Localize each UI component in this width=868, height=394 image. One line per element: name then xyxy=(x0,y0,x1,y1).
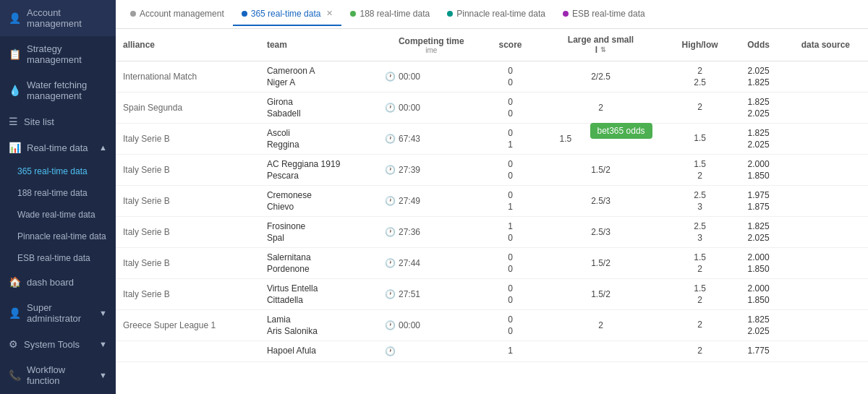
hl2: 3 xyxy=(673,233,727,243)
cell-time: 🕐27:39 xyxy=(378,155,485,186)
odds1: 2.000 xyxy=(741,252,776,262)
team1-name: Cameroon A xyxy=(267,66,370,76)
sort-icon[interactable]: ⇅ xyxy=(600,46,606,53)
sidebar-item-super-admin[interactable]: 👤 Super administrator ▼ xyxy=(0,295,116,331)
table-row: Italy Serie BFrosinoneSpal🕐27:36102.5/32… xyxy=(116,217,868,248)
cell-high-low: 1.5 xyxy=(666,124,734,155)
tools-icon: ⚙ xyxy=(9,338,18,350)
time-value: 00:00 xyxy=(399,72,420,82)
cell-odds: 1.775 xyxy=(734,341,783,362)
close-tab-icon[interactable]: ✕ xyxy=(326,9,333,18)
cell-alliance: Italy Serie B xyxy=(116,124,260,155)
sidebar-sub-item-esb[interactable]: ESB real-time data xyxy=(0,247,116,269)
sidebar-item-strategy-management[interactable]: 📋 Strategy management xyxy=(0,36,116,72)
cell-odds: 2.0251.825 xyxy=(734,61,783,93)
tab-bar: Account management 365 real-time data ✕ … xyxy=(116,0,868,29)
sidebar-item-site-list[interactable]: ☰ Site list xyxy=(0,108,116,134)
sidebar-item-real-time-data[interactable]: 📊 Real-time data ▲ xyxy=(0,134,116,160)
table-row: Italy Serie BAC Reggiana 1919Pescara🕐27:… xyxy=(116,155,868,186)
cell-alliance: Spain Segunda xyxy=(116,93,260,124)
cell-team: FrosinoneSpal xyxy=(260,217,378,248)
clock-icon: 🕐 xyxy=(385,227,396,237)
cell-alliance: International Match xyxy=(116,61,260,93)
clock-icon: 🕐 xyxy=(385,320,396,330)
score1: 0 xyxy=(493,314,529,325)
sidebar-item-water-fetching[interactable]: 💧 Water fetching management xyxy=(0,72,116,108)
cell-alliance: Italy Serie B xyxy=(116,279,260,310)
team2-name: Spal xyxy=(267,233,370,243)
cell-data-source xyxy=(783,61,868,93)
chevron-down-icon-4: ▼ xyxy=(99,371,107,380)
cell-odds: 1.8252.025 xyxy=(734,310,783,341)
cell-data-source xyxy=(783,341,868,362)
odds1: 1.975 xyxy=(741,190,776,200)
tab-account-management[interactable]: Account management xyxy=(122,3,233,26)
cell-score: 00 xyxy=(485,93,536,124)
tab-pinnacle[interactable]: Pinnacle real-time data xyxy=(438,3,554,26)
odds2: 1.875 xyxy=(741,202,776,212)
hl2: 2.5 xyxy=(673,77,727,87)
chevron-down-icon: ▲ xyxy=(99,143,107,152)
odds1: 1.825 xyxy=(741,314,776,325)
sidebar-sub-item-pinnacle[interactable]: Pinnacle real-time data xyxy=(0,226,116,247)
cell-team: GironaSabadell xyxy=(260,93,378,124)
odds1: 2.000 xyxy=(741,283,776,294)
score1: 0 xyxy=(493,283,529,294)
cell-data-source xyxy=(783,279,868,310)
cell-score: 00 xyxy=(485,248,536,279)
tab-365-real-time[interactable]: 365 real-time data ✕ xyxy=(233,3,342,26)
clock-icon: 🕐 xyxy=(385,103,396,113)
cell-odds: 2.0001.850 xyxy=(734,279,783,310)
table-row: Italy Serie BVirtus EntellaCittadella🕐27… xyxy=(116,279,868,310)
hl2: 2 xyxy=(673,171,727,181)
score2: 0 xyxy=(493,295,529,305)
cell-large-small: 1.5/2 xyxy=(535,279,665,310)
cell-large-small: 2/2.5 xyxy=(535,61,665,93)
score2: 0 xyxy=(493,171,529,181)
chevron-down-icon-2: ▼ xyxy=(99,309,107,317)
score1: 0 xyxy=(493,252,529,262)
col-odds: Odds xyxy=(734,29,783,61)
score2: 1 xyxy=(493,202,529,212)
clock-icon: 🕐 xyxy=(385,134,396,144)
hl2: 2 xyxy=(673,264,727,274)
team2-name: Pescara xyxy=(267,171,370,181)
cell-team: LamiaAris Salonika xyxy=(260,310,378,341)
cell-time: 🕐00:00 xyxy=(378,310,485,341)
time-value: 27:39 xyxy=(399,165,420,175)
team2-name: Sabadell xyxy=(267,108,370,119)
cell-alliance: Italy Serie B xyxy=(116,248,260,279)
sidebar-sub-item-wade[interactable]: Wade real-time data xyxy=(0,204,116,226)
score1: 1 xyxy=(493,221,529,231)
cell-large-small: 1.5/2 xyxy=(535,248,665,279)
sidebar-item-account-management[interactable]: 👤 Account management xyxy=(0,0,116,36)
sidebar-item-dashboard[interactable]: 🏠 dash board xyxy=(0,269,116,295)
team1-name: Frosinone xyxy=(267,221,370,231)
cell-alliance: Italy Serie B xyxy=(116,186,260,217)
tab-esb[interactable]: ESB real-time data xyxy=(554,3,654,26)
hl1: 1.5 xyxy=(673,283,727,294)
cell-time: 🕐00:00 xyxy=(378,61,485,93)
sidebar-sub-item-365[interactable]: 365 real-time data xyxy=(0,160,116,182)
tab-188-real-time[interactable]: 188 real-time data xyxy=(341,3,438,26)
tab-dot-green xyxy=(350,11,356,17)
cell-high-low: 2 xyxy=(666,341,734,362)
chevron-down-icon-3: ▼ xyxy=(99,340,107,348)
cell-team: Virtus EntellaCittadella xyxy=(260,279,378,310)
cell-data-source xyxy=(783,186,868,217)
col-competing-time: Competing time ime xyxy=(378,29,485,61)
team1-name: Girona xyxy=(267,97,370,107)
cell-alliance: Italy Serie B xyxy=(116,155,260,186)
odds1: 1.825 xyxy=(741,221,776,231)
cell-high-low: 22.5 xyxy=(666,61,734,93)
sidebar-item-workflow[interactable]: 📞 Workflow function ▼ xyxy=(0,357,116,393)
cell-data-source xyxy=(783,310,868,341)
sidebar-item-system-tools[interactable]: ⚙ System Tools ▼ xyxy=(0,331,116,357)
cell-time: 🕐27:44 xyxy=(378,248,485,279)
odds2: 2.025 xyxy=(741,326,776,336)
score1: 1 xyxy=(493,346,529,356)
cell-large-small: 2.5/3 xyxy=(535,217,665,248)
cell-odds: 1.8252.025 xyxy=(734,93,783,124)
sidebar-sub-item-188[interactable]: 188 real-time data xyxy=(0,182,116,204)
admin-icon: 👤 xyxy=(9,307,21,319)
